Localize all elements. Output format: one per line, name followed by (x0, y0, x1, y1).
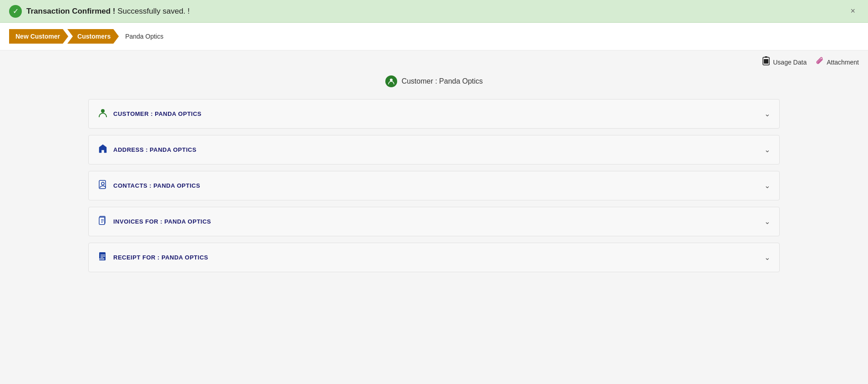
attachment-icon (816, 56, 824, 68)
success-icon: ✓ (9, 5, 22, 18)
section-header-invoices: INVOICES FOR : PANDA OPTICS ⌄ (89, 207, 779, 236)
attachment-link[interactable]: Attachment (816, 56, 859, 68)
svg-point-3 (390, 79, 393, 81)
chevron-down-icon-contacts: ⌄ (764, 181, 770, 190)
section-header-customer: CUSTOMER : PANDA OPTICS ⌄ (89, 100, 779, 128)
section-title-invoices: INVOICES FOR : PANDA OPTICS (113, 218, 211, 225)
customer-header: Customer : Panda Optics (0, 71, 868, 95)
breadcrumb-customers[interactable]: Customers (67, 29, 119, 44)
usage-data-link[interactable]: Usage Data (762, 56, 807, 68)
section-card-contacts[interactable]: CONTACTS : PANDA OPTICS ⌄ (88, 171, 780, 200)
section-card-address[interactable]: ADDRESS : PANDA OPTICS ⌄ (88, 135, 780, 165)
svg-point-6 (101, 182, 104, 185)
chevron-down-icon-address: ⌄ (764, 145, 770, 154)
section-title-address: ADDRESS : PANDA OPTICS (113, 146, 197, 153)
svg-point-4 (101, 109, 105, 113)
section-icon-address (98, 144, 108, 156)
success-message: ✓ Transaction Confirmed ! Successfully s… (9, 5, 190, 18)
section-title-contacts: CONTACTS : PANDA OPTICS (113, 182, 200, 189)
success-banner: ✓ Transaction Confirmed ! Successfully s… (0, 0, 868, 23)
chevron-down-icon-invoices: ⌄ (764, 217, 770, 226)
section-icon-contacts (98, 180, 108, 192)
section-icon-invoices (98, 215, 108, 228)
section-card-invoices[interactable]: INVOICES FOR : PANDA OPTICS ⌄ (88, 207, 780, 236)
chevron-down-icon-receipt: ⌄ (764, 253, 770, 262)
attachment-label: Attachment (827, 59, 859, 66)
section-card-receipt[interactable]: RECEIPT FOR : PANDA OPTICS ⌄ (88, 243, 780, 272)
section-title-customer: CUSTOMER : PANDA OPTICS (113, 110, 202, 117)
chevron-down-icon-customer: ⌄ (764, 110, 770, 118)
section-title-receipt: RECEIPT FOR : PANDA OPTICS (113, 254, 208, 261)
breadcrumb-new-customer[interactable]: New Customer (9, 29, 68, 44)
section-icon-receipt (98, 251, 108, 264)
section-header-address: ADDRESS : PANDA OPTICS ⌄ (89, 135, 779, 164)
svg-rect-1 (765, 56, 767, 58)
breadcrumb: New Customer Customers Panda Optics (0, 23, 868, 50)
sections-container: CUSTOMER : PANDA OPTICS ⌄ ADDRESS : PAND… (79, 95, 789, 288)
section-header-contacts: CONTACTS : PANDA OPTICS ⌄ (89, 171, 779, 200)
success-text: Transaction Confirmed ! Successfully sav… (26, 7, 190, 16)
usage-data-label: Usage Data (773, 59, 807, 66)
section-header-receipt: RECEIPT FOR : PANDA OPTICS ⌄ (89, 243, 779, 272)
breadcrumb-current: Panda Optics (119, 29, 170, 44)
usage-data-icon (762, 56, 770, 68)
top-actions: Usage Data Attachment (0, 50, 868, 71)
close-banner-button[interactable]: × (847, 5, 859, 18)
svg-rect-2 (764, 59, 768, 64)
section-icon-customer (98, 108, 108, 120)
customer-header-icon (385, 75, 397, 87)
section-card-customer[interactable]: CUSTOMER : PANDA OPTICS ⌄ (88, 99, 780, 129)
customer-header-label: Customer : Panda Optics (402, 77, 483, 85)
